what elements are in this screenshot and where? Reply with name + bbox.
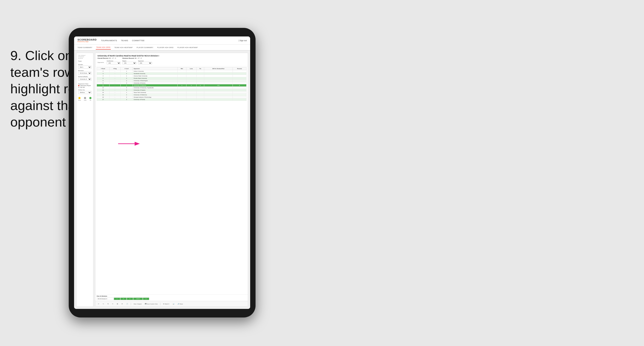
tab-player-h2h-heatmap[interactable]: PLAYER H2H HEATMAP — [177, 46, 198, 49]
division-record: Division Record: 88 - 17 - 0 — [122, 57, 142, 59]
division-label: Division — [78, 70, 92, 71]
table-row[interactable]: 3-2Vanderbilt University — [97, 72, 246, 75]
powered-by: Powered by clippi — [78, 41, 97, 42]
table-row[interactable]: 6-2Florida State University — [97, 77, 246, 80]
out-of-division: Out of division NCAA Division II 1 0 0 2… — [95, 294, 248, 301]
h2h-table: # Rank # Reg # Conf Opponent Win Loss Ti… — [97, 67, 246, 101]
col-rounds: Rounds — [232, 67, 246, 70]
filter-row: Opponents: Conference (All) Region (All) — [98, 60, 246, 64]
legend-up: Up — [89, 97, 92, 101]
table-row[interactable]: 15-2University of Oklahoma — [97, 94, 246, 96]
radio-dot-top100 — [78, 87, 80, 88]
opponent-view-label: Opponent View — [78, 83, 92, 84]
nav-committee[interactable]: COMMITTEE — [132, 39, 145, 42]
main-content: Last Updated: 27/03/2024 16:55:38 Team G… — [74, 51, 250, 309]
grid-btn[interactable]: ⊞ — [116, 303, 119, 305]
tab-team-summary[interactable]: TEAM SUMMARY — [77, 46, 93, 49]
out-div-win: 1 — [114, 298, 120, 300]
table-row[interactable]: 11-5University of Alabama3002.618 — [97, 84, 246, 87]
nav-bar: SCOREBOARD Powered by clippi TOURNAMENTS… — [74, 36, 250, 45]
grid-records: Overall Record: 89 - 17 - 0 Division Rec… — [98, 57, 246, 59]
tab-player-summary[interactable]: PLAYER SUMMARY — [136, 46, 154, 49]
legend-down-dot — [78, 97, 80, 99]
share-btn[interactable]: 🔗 Share — [177, 303, 184, 305]
undo-btn[interactable]: ↩ — [97, 303, 100, 305]
school-select[interactable]: University of Nort... — [78, 78, 92, 81]
nav-links: TOURNAMENTS TEAMS COMMITTEE — [101, 39, 238, 42]
table-row[interactable]: 8-2University of Washington — [97, 80, 246, 82]
conference-select[interactable]: (All) — [107, 62, 121, 64]
out-div-tie: 0 — [127, 298, 133, 300]
table-row[interactable]: 9-3University of Arizona — [97, 82, 246, 84]
legend-level-dot — [84, 97, 86, 99]
tablet-screen: SCOREBOARD Powered by clippi TOURNAMENTS… — [74, 36, 250, 309]
sign-out[interactable]: | Sign out — [238, 39, 247, 42]
col-tie: Tie — [196, 67, 204, 70]
logo: SCOREBOARD — [78, 39, 97, 41]
team-label: Team — [78, 60, 92, 62]
table-row[interactable]: 16-4Georgia Institute of Technology — [97, 96, 246, 98]
left-panel: Last Updated: 27/03/2024 16:55:38 Team G… — [76, 53, 94, 307]
view-original-btn[interactable]: View: Original — [133, 303, 142, 305]
legend-level: Level — [84, 97, 86, 101]
school-label: School (Rank) — [78, 76, 92, 77]
watch-btn[interactable]: 👁 Watch ▾ — [162, 303, 170, 305]
table-row[interactable]: 2-1Auburn University — [97, 70, 246, 72]
out-div-rounds: 3 — [143, 298, 149, 300]
overall-record: Overall Record: 89 - 17 - 0 — [98, 57, 116, 59]
col-win: Win — [178, 67, 186, 70]
logo-area: SCOREBOARD Powered by clippi — [78, 39, 97, 42]
tab-team-h2h-grid[interactable]: TEAM H2H GRID — [96, 45, 111, 49]
gender-select[interactable]: Men's Women's — [78, 66, 92, 69]
tab-team-h2h-heatmap[interactable]: TEAM H2H HEATMAP — [114, 46, 133, 49]
cut-btn[interactable]: ✂ — [111, 303, 114, 305]
out-div-row[interactable]: NCAA Division II 1 0 0 26.00 3 — [97, 298, 246, 300]
region-select[interactable]: (All) — [122, 62, 136, 64]
division-select[interactable]: NCAA Division I NCAA Division II NCAA Di… — [78, 72, 92, 75]
redo-btn[interactable]: ↪ — [102, 303, 105, 305]
nav-tournaments[interactable]: TOURNAMENTS — [101, 39, 117, 42]
opponent-select[interactable]: (All) — [138, 62, 152, 64]
region-filter: Region (All) — [122, 60, 136, 64]
table-row[interactable]: 12-6University of Arkansas, Fayetteville — [97, 87, 246, 89]
tab-player-h2h-grid[interactable]: PLAYER H2H GRID — [157, 46, 174, 49]
time-btn[interactable]: 🕐 — [126, 303, 129, 305]
bottom-toolbar: ↩ ↪ ⟲ ✂ ⊞ ⟳ 🕐 View: Original 💾 Save Cust… — [95, 301, 248, 307]
out-div-name: NCAA Division II — [97, 298, 114, 300]
table-row[interactable]: 14-1Texas Tech University — [97, 91, 246, 94]
out-div-diff: 26.00 — [133, 298, 143, 300]
colour-by-label: Colour by — [78, 89, 92, 90]
radio-opponents-played[interactable]: Opponents Played — [78, 85, 92, 86]
save-custom-view-btn[interactable]: 💾 Save Custom View — [144, 303, 158, 305]
refresh-btn[interactable]: ⟲ — [106, 303, 110, 305]
legend-down: Down — [78, 97, 81, 101]
radio-dot-opponents — [78, 85, 80, 86]
col-opponent: Opponent — [133, 67, 178, 70]
table-row[interactable]: 13-3University of Virginia — [97, 89, 246, 91]
legend-up-dot — [89, 97, 92, 99]
sync-btn[interactable]: ⟳ — [121, 303, 124, 305]
table-row[interactable]: 4-1Arizona State University — [97, 75, 246, 77]
grid-table-container: # Rank # Reg # Conf Opponent Win Loss Ti… — [95, 66, 248, 294]
col-loss: Loss — [186, 67, 196, 70]
gender-label: Gender — [78, 64, 92, 65]
grid-panel: University of North Carolina Head-to-Hea… — [95, 53, 248, 307]
toolbar-divider2 — [160, 303, 160, 305]
colour-by-select[interactable]: Win/loss — [78, 91, 92, 94]
radio-top-100[interactable]: Top 100 — [78, 87, 92, 88]
nav-teams[interactable]: TEAMS — [121, 39, 128, 42]
opponents-filter-label: Opponents: — [98, 62, 104, 63]
chart-btn[interactable]: 📊 — [172, 303, 175, 305]
grid-header: University of North Carolina Head-to-Hea… — [95, 53, 248, 66]
grid-title: University of North Carolina Head-to-Hea… — [98, 55, 246, 57]
out-div-loss: 0 — [120, 298, 127, 300]
sub-nav: TEAM SUMMARY TEAM H2H GRID TEAM H2H HEAT… — [74, 45, 250, 51]
tablet-device: SCOREBOARD Powered by clippi TOURNAMENTS… — [69, 28, 256, 318]
col-diff: Diff Av Strokes/Rnd — [204, 67, 232, 70]
opponent-filter: Opponent (All) — [138, 60, 152, 64]
conference-filter: Conference (All) — [107, 60, 121, 64]
toolbar-divider — [131, 303, 131, 305]
table-row[interactable]: 17-3University of Florida — [97, 98, 246, 101]
opponent-view-options: Opponents Played Top 100 — [78, 85, 92, 88]
legend: Down Level Up — [78, 97, 92, 101]
